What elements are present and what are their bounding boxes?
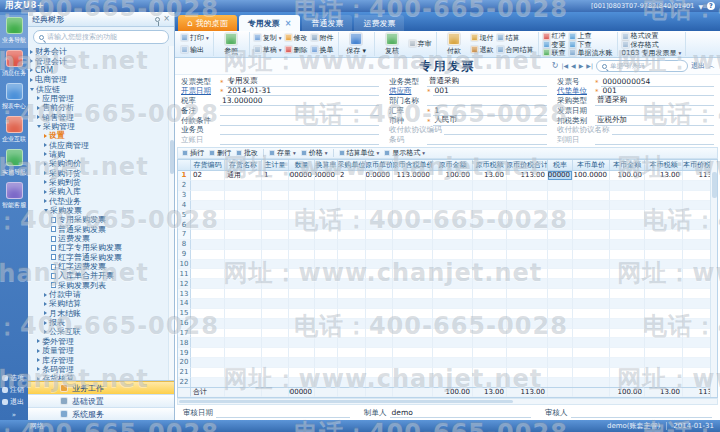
collapsed-arrow-icon[interactable] [37, 339, 40, 343]
grid-cell[interactable] [507, 181, 548, 191]
grid-cell[interactable] [645, 358, 683, 368]
grid-cell[interactable]: 2 [338, 171, 366, 181]
collapsed-arrow-icon[interactable] [44, 199, 47, 203]
grid-cell[interactable] [338, 279, 366, 289]
grid-cell[interactable] [315, 210, 338, 220]
grid-cell[interactable] [610, 240, 645, 250]
grid-cell[interactable] [433, 289, 473, 299]
grid-cell[interactable] [315, 220, 338, 230]
toolbar-button-输出[interactable]: 输出 [181, 46, 209, 54]
grid-cell[interactable] [507, 348, 548, 358]
grid-cell[interactable] [507, 269, 548, 279]
field-value-税率[interactable]: 13.000000 [220, 96, 379, 106]
collapsed-arrow-icon[interactable] [37, 96, 40, 100]
grid-cell[interactable] [315, 240, 338, 250]
tab-普通发票[interactable]: 普通发票 [302, 15, 352, 31]
grid-cell[interactable]: 13.00 [645, 171, 683, 181]
tree-item-存货核算[interactable]: 存货核算 [28, 374, 174, 380]
grid-cell[interactable] [338, 358, 366, 368]
grid-cell[interactable] [366, 230, 393, 240]
toolbar-button-删除[interactable]: 删除 [285, 46, 308, 54]
gridbar-button-删行[interactable]: 删行 [209, 148, 231, 158]
field-value-开票日期[interactable]: 2014-01-31 [226, 86, 380, 96]
grid-cell[interactable] [262, 269, 289, 279]
field-value-到期日[interactable] [595, 144, 714, 145]
grid-cell[interactable] [393, 240, 433, 250]
grid-cell[interactable] [393, 230, 433, 240]
collapsed-arrow-icon[interactable] [44, 143, 47, 147]
table-row[interactable]: 11 [178, 269, 710, 279]
toolbar-button-复核[interactable]: 复核 [379, 33, 406, 56]
grid-cell[interactable] [225, 348, 262, 358]
grid-cell[interactable] [507, 230, 548, 240]
gridbar-button-显示格式[interactable]: 显示格式▾ [384, 148, 425, 158]
grid-cell[interactable] [548, 289, 573, 299]
row-number[interactable]: 11 [178, 269, 191, 279]
collapsed-arrow-icon[interactable] [44, 321, 47, 325]
grid-cell[interactable] [315, 348, 338, 358]
grid-cell[interactable] [473, 368, 507, 378]
field-label-link[interactable]: 代垫单位 [557, 86, 593, 96]
grid-cell[interactable] [683, 348, 710, 358]
grid-cell[interactable] [683, 240, 710, 250]
grid-cell[interactable] [225, 210, 262, 220]
toolbar-button-附件[interactable]: 附件 [311, 34, 334, 42]
grid-cell[interactable] [393, 220, 433, 230]
gridbar-button-存量[interactable]: 存量▾ [269, 148, 296, 158]
grid-cell[interactable] [315, 299, 338, 309]
nav-item-企业互联[interactable]: 企业互联 [0, 114, 28, 147]
grid-cell[interactable] [225, 358, 262, 368]
grid-cell[interactable] [610, 358, 645, 368]
grid-cell[interactable] [610, 299, 645, 309]
grid-cell[interactable] [366, 348, 393, 358]
grid-cell[interactable] [191, 269, 225, 279]
grid-cell[interactable] [366, 289, 393, 299]
grid-cell[interactable]: 100.0000 [366, 171, 393, 181]
grid-cell[interactable] [315, 191, 338, 201]
grid-cell[interactable] [191, 220, 225, 230]
grid-cell[interactable] [366, 201, 393, 211]
grid-cell[interactable] [473, 260, 507, 270]
grid-cell[interactable] [473, 181, 507, 191]
grid-cell[interactable] [573, 250, 610, 260]
table-row[interactable]: 12 [178, 279, 710, 289]
grid-cell[interactable] [289, 319, 315, 329]
field-label-link[interactable]: 供应商 [389, 86, 425, 96]
column-header-原币含税单价[interactable]: 原币含税单价 [393, 160, 433, 170]
toolbar-button-退款[interactable]: 退款 [471, 46, 494, 54]
grid-cell[interactable] [573, 319, 610, 329]
grid-cell[interactable] [262, 191, 289, 201]
grid-cell[interactable] [315, 230, 338, 240]
grid-cell[interactable] [225, 338, 262, 348]
grid-cell[interactable] [289, 220, 315, 230]
grid-cell[interactable] [433, 181, 473, 191]
column-header-采购单位[interactable]: 采购单位 [338, 160, 366, 170]
grid-cell[interactable]: 100.00 [433, 171, 473, 181]
tree-item-普通采购发票[interactable]: 普通采购发票 [28, 225, 174, 234]
grid-cell[interactable] [548, 260, 573, 270]
grid-cell[interactable] [338, 309, 366, 319]
grid-cell[interactable] [338, 338, 366, 348]
tree-item-管理会计[interactable]: 管理会计 [28, 56, 174, 65]
grid-cell[interactable] [262, 250, 289, 260]
grid-cell[interactable] [225, 240, 262, 250]
grid-cell[interactable] [225, 181, 262, 191]
grid-cell[interactable] [289, 250, 315, 260]
nav-item-报表中心[interactable]: 报表中心 [0, 81, 28, 114]
grid-cell[interactable] [366, 279, 393, 289]
grid-cell[interactable] [289, 191, 315, 201]
exit-button[interactable]: 退出 [0, 396, 28, 408]
account-dropdown-icon[interactable]: ▼ [698, 3, 703, 10]
grid-cell[interactable] [610, 269, 645, 279]
column-header-本币金额[interactable]: 本币金额 [610, 160, 645, 170]
grid-cell[interactable] [338, 240, 366, 250]
column-header-原币价税合计[interactable]: 原币价税合计 [507, 160, 548, 170]
sidebar-scrollbar[interactable] [168, 46, 174, 380]
table-row[interactable]: 7 [178, 230, 710, 240]
grid-cell[interactable] [610, 181, 645, 191]
grid-cell[interactable] [507, 260, 548, 270]
row-number[interactable]: 16 [178, 319, 191, 329]
table-row[interactable]: 5 [178, 210, 710, 220]
grid-cell[interactable] [338, 348, 366, 358]
grid-cell[interactable] [548, 250, 573, 260]
